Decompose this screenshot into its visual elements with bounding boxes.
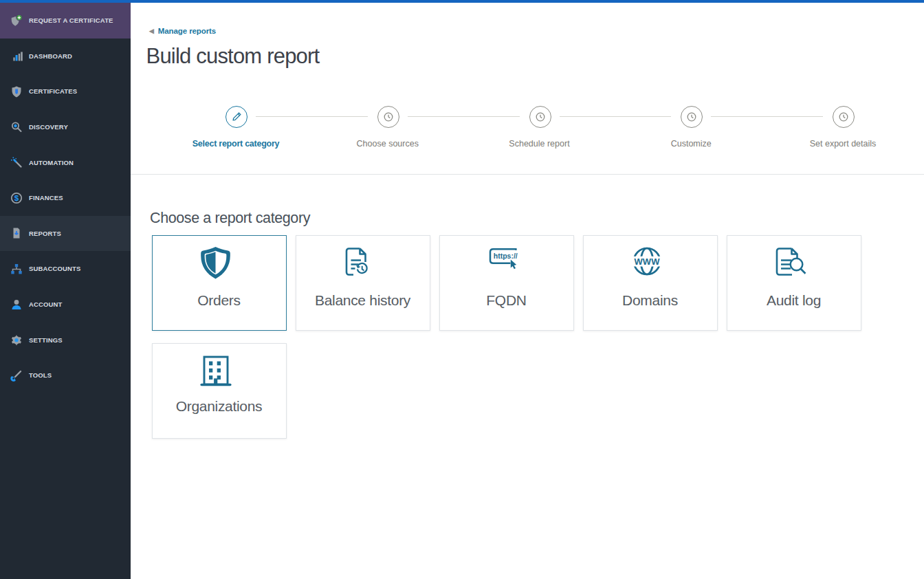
svg-text:https://: https://	[494, 252, 518, 260]
svg-text:WWW: WWW	[635, 256, 661, 267]
svg-text:$: $	[14, 194, 19, 202]
